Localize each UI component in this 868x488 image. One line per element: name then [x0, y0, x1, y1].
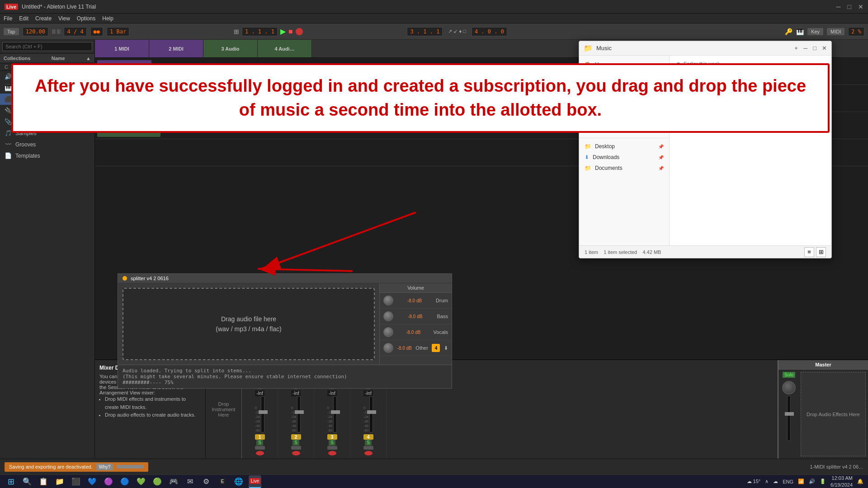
mute-btn-4[interactable] [363, 446, 373, 450]
fe-title-controls[interactable]: + ─ □ ✕ [794, 45, 827, 52]
taskbar-up-arrow[interactable]: ∧ [765, 479, 769, 484]
mute-btn-1[interactable] [255, 446, 265, 450]
fader-track-1[interactable] [261, 396, 264, 432]
tap-button[interactable]: Tap [4, 28, 19, 35]
fader-handle-3[interactable] [331, 410, 340, 414]
menu-view[interactable]: View [58, 15, 70, 22]
taskbar-excel[interactable]: 🟢 [151, 475, 164, 488]
rec-btn-4[interactable] [364, 451, 373, 455]
taskbar-settings[interactable]: ⚙ [200, 475, 212, 488]
fe-add-tab-button[interactable]: + [794, 45, 798, 52]
fe-nav-desktop[interactable]: 📁 Desktop 📌 [579, 141, 669, 152]
bpm-display[interactable]: 120.00 [23, 27, 48, 36]
menu-create[interactable]: Create [35, 15, 52, 22]
fe-minimize-button[interactable]: ─ [803, 45, 807, 52]
fe-close-button[interactable]: ✕ [822, 45, 827, 52]
mute-btn-3[interactable] [327, 446, 337, 450]
rec-btn-1[interactable] [256, 451, 264, 455]
search-bar[interactable] [0, 40, 94, 54]
taskbar-task-view[interactable]: 📋 [37, 475, 50, 488]
channel-num-2[interactable]: 2 [291, 434, 301, 440]
splitter-drop-zone[interactable]: Drag audio file here (wav / mp3 / m4a / … [123, 288, 375, 360]
fe-list-view-btn[interactable]: ≡ [804, 247, 814, 257]
position3-display[interactable]: 4 . 0 . 0 [472, 27, 507, 36]
fe-nav-documents[interactable]: 📁 Documents 📌 [579, 163, 669, 174]
stop-button[interactable]: ■ [288, 28, 293, 36]
fader-track-4[interactable] [369, 396, 373, 432]
fader-track-2[interactable] [297, 396, 301, 432]
max-for-live-icon: ⬛ [5, 96, 12, 103]
sidebar-item-grooves[interactable]: 〰 Grooves [0, 139, 94, 150]
why-button[interactable]: Why? [96, 464, 113, 470]
master-fader-track[interactable] [787, 396, 791, 441]
time-sig-display[interactable]: 4 / 4 [64, 27, 86, 36]
menu-file[interactable]: File [4, 15, 12, 22]
master-pan-knob[interactable] [782, 381, 796, 394]
bass-vol-val: -8.0 dB [408, 314, 422, 319]
channel-num-3[interactable]: 3 [327, 434, 337, 440]
minimize-button[interactable]: ─ [836, 3, 841, 10]
taskbar-search[interactable]: 🔍 [21, 475, 33, 488]
taskbar-terminal[interactable]: ⬛ [70, 475, 82, 488]
track-header-2[interactable]: 2 MIDI [149, 40, 203, 57]
position2-display[interactable]: 3 . 1 . 1 [407, 27, 443, 36]
sidebar-item-templates[interactable]: 📄 Templates [0, 150, 94, 161]
midi-button[interactable]: MIDI [827, 28, 844, 35]
master-fader-handle[interactable] [785, 412, 794, 416]
drop-effects-zone[interactable]: Drop Audio Effects Here [801, 372, 866, 456]
other-vol-knob[interactable] [383, 343, 393, 353]
channel-num-4[interactable]: 4 [363, 434, 373, 440]
zoom-display[interactable]: 2 % [848, 27, 864, 36]
taskbar-mail[interactable]: ✉ [184, 475, 196, 488]
taskbar-ableton[interactable]: Live [249, 475, 261, 488]
fader-track-3[interactable] [333, 396, 337, 432]
play-button[interactable]: ▶ [280, 27, 286, 36]
track-header-1[interactable]: 1 MIDI [95, 40, 149, 57]
solo-btn-3[interactable]: S [329, 440, 335, 446]
name-label: Name [52, 56, 65, 61]
other-ch-num[interactable]: 4 [432, 344, 440, 352]
taskbar-chrome[interactable]: 🌐 [232, 475, 245, 488]
menu-help[interactable]: Help [102, 15, 113, 22]
bass-vol-knob[interactable] [383, 311, 393, 321]
taskbar-slack[interactable]: 🟣 [102, 475, 115, 488]
solo-btn-1[interactable]: S [256, 440, 263, 446]
fe-view-buttons[interactable]: ≡ ⊞ [804, 247, 826, 257]
menu-edit[interactable]: Edit [19, 15, 28, 22]
record-button[interactable] [296, 28, 303, 35]
rec-btn-2[interactable] [292, 451, 300, 455]
taskbar-vscode[interactable]: 💙 [86, 475, 99, 488]
fader-handle-4[interactable] [367, 410, 376, 414]
fe-nav-downloads[interactable]: ⬇ Downloads 📌 [579, 152, 669, 163]
fe-grid-view-btn[interactable]: ⊞ [816, 247, 826, 257]
windows-start-button[interactable]: ⊞ [5, 475, 17, 488]
mute-btn-2[interactable] [291, 446, 301, 450]
master-solo-btn[interactable]: Solo [783, 372, 795, 378]
taskbar-azure-data[interactable]: 🔵 [118, 475, 131, 488]
maximize-button[interactable]: □ [848, 3, 851, 10]
bar-display[interactable]: 1 Bar [107, 27, 129, 36]
track-header-3[interactable]: 3 Audio [203, 40, 258, 57]
close-button[interactable]: ✕ [858, 3, 863, 10]
position-display[interactable]: 1 . 1 . 1 [242, 27, 278, 36]
menu-options[interactable]: Options [77, 15, 95, 22]
notification-icon[interactable]: 🔔 [857, 479, 863, 484]
rec-btn-3[interactable] [328, 451, 336, 455]
drum-vol-knob[interactable] [383, 296, 393, 305]
splitter-volume-label: Volume [380, 283, 452, 293]
window-controls[interactable]: ─ □ ✕ [836, 3, 863, 10]
solo-btn-2[interactable]: S [292, 440, 299, 446]
track-header-4[interactable]: 4 Audi… [258, 40, 312, 57]
vocals-vol-knob[interactable] [383, 327, 393, 337]
taskbar-file-manager[interactable]: 📁 [53, 475, 66, 488]
channel-num-1[interactable]: 1 [255, 434, 265, 440]
fe-maximize-button[interactable]: □ [813, 45, 816, 52]
key-button[interactable]: Key [807, 28, 823, 35]
taskbar-discord[interactable]: 🎮 [167, 475, 180, 488]
search-input[interactable] [2, 42, 92, 51]
solo-btn-4[interactable]: S [365, 440, 372, 446]
taskbar-spotify[interactable]: 💚 [135, 475, 147, 488]
fader-handle-2[interactable] [295, 410, 304, 414]
fader-handle-1[interactable] [259, 410, 268, 414]
taskbar-epic[interactable]: E [216, 475, 229, 488]
